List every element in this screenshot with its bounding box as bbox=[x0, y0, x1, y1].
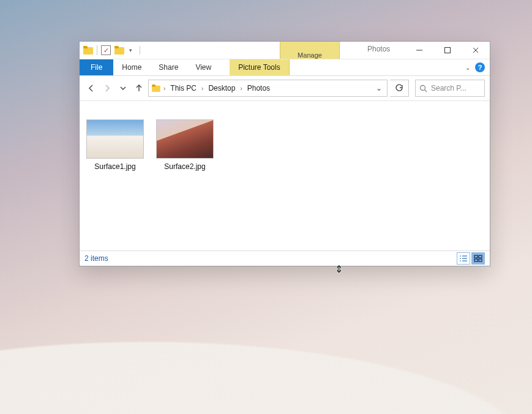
svg-rect-12 bbox=[474, 255, 478, 258]
breadcrumb-segment-desktop[interactable]: Desktop bbox=[206, 84, 238, 92]
svg-rect-15 bbox=[479, 259, 482, 262]
ribbon-tab-home[interactable]: Home bbox=[113, 59, 150, 75]
status-item-count: 2 items bbox=[84, 254, 108, 263]
minimize-button[interactable] bbox=[405, 42, 433, 59]
ribbon-right-controls: ⌄ ? bbox=[465, 59, 490, 75]
nav-back-button[interactable] bbox=[84, 81, 98, 95]
search-placeholder: Search P... bbox=[431, 84, 466, 92]
details-view-icon bbox=[459, 255, 468, 262]
maximize-icon bbox=[444, 47, 451, 54]
window-title: Photos bbox=[367, 45, 390, 53]
breadcrumb-chevron-icon[interactable]: › bbox=[162, 85, 167, 92]
breadcrumb-chevron-icon[interactable]: › bbox=[200, 85, 204, 92]
folder-icon bbox=[83, 46, 93, 55]
arrow-up-icon bbox=[134, 83, 144, 93]
desktop-dune bbox=[0, 304, 532, 414]
ribbon-context-group-label: Manage bbox=[298, 51, 322, 59]
status-bar: 2 items bbox=[80, 250, 490, 266]
svg-rect-14 bbox=[474, 259, 478, 262]
ribbon-tab-strip: File Home Share View Picture Tools ⌄ ? bbox=[80, 59, 490, 76]
ribbon-collapse-icon[interactable]: ⌄ bbox=[465, 64, 470, 71]
navigation-row: › This PC › Desktop › Photos ⌄ Search P.… bbox=[80, 76, 490, 101]
svg-point-4 bbox=[421, 85, 425, 90]
desktop-background: ✓ ▾ Manage Photos bbox=[0, 0, 532, 414]
svg-rect-13 bbox=[479, 255, 482, 258]
help-icon[interactable]: ? bbox=[475, 62, 485, 72]
view-details-button[interactable] bbox=[457, 252, 470, 265]
breadcrumb-chevron-icon[interactable]: › bbox=[239, 85, 243, 92]
arrow-right-icon bbox=[102, 83, 112, 93]
breadcrumb-segment-this-pc[interactable]: This PC bbox=[168, 84, 199, 92]
properties-check-icon[interactable]: ✓ bbox=[101, 45, 111, 55]
file-thumbnail bbox=[86, 119, 144, 159]
refresh-button[interactable] bbox=[390, 80, 409, 97]
file-explorer-window: ✓ ▾ Manage Photos bbox=[79, 41, 490, 266]
svg-line-5 bbox=[425, 89, 427, 92]
svg-rect-1 bbox=[445, 48, 451, 53]
window-controls bbox=[405, 42, 490, 59]
address-folder-icon bbox=[152, 85, 160, 92]
nav-recent-dropdown[interactable] bbox=[116, 81, 130, 95]
close-icon bbox=[472, 47, 479, 54]
qat-separator bbox=[97, 45, 97, 55]
view-thumbnails-button[interactable] bbox=[471, 252, 485, 265]
nav-up-button[interactable] bbox=[132, 81, 146, 95]
file-name-label: Surface1.jpg bbox=[94, 162, 135, 171]
quick-access-toolbar: ✓ ▾ bbox=[80, 42, 143, 59]
file-item[interactable]: Surface1.jpg bbox=[86, 119, 144, 171]
chevron-down-icon bbox=[120, 85, 126, 91]
maximize-button[interactable] bbox=[433, 42, 462, 59]
ribbon-tab-file[interactable]: File bbox=[80, 59, 113, 75]
nav-forward-button[interactable] bbox=[100, 81, 114, 95]
thumbnails-view-icon bbox=[474, 255, 482, 262]
address-bar[interactable]: › This PC › Desktop › Photos ⌄ bbox=[148, 80, 388, 97]
ribbon-tab-share[interactable]: Share bbox=[150, 59, 187, 75]
arrow-left-icon bbox=[86, 83, 96, 93]
view-mode-buttons bbox=[457, 252, 485, 265]
file-item[interactable]: Surface2.jpg bbox=[155, 119, 214, 171]
file-thumbnail bbox=[156, 119, 214, 159]
qat-dropdown-icon[interactable]: ▾ bbox=[128, 47, 133, 53]
search-icon bbox=[419, 85, 427, 92]
ribbon-context-group-manage: Manage bbox=[280, 42, 340, 59]
file-list-area[interactable]: Surface1.jpgSurface2.jpg bbox=[80, 101, 490, 250]
refresh-icon bbox=[395, 84, 403, 92]
breadcrumb-segment-photos[interactable]: Photos bbox=[245, 84, 272, 92]
minimize-icon bbox=[416, 47, 423, 54]
search-input[interactable]: Search P... bbox=[415, 80, 485, 97]
title-bar[interactable]: ✓ ▾ Manage Photos bbox=[80, 42, 490, 59]
ribbon-tab-picture-tools[interactable]: Picture Tools bbox=[230, 59, 289, 75]
ribbon-tab-view[interactable]: View bbox=[187, 59, 220, 75]
address-history-dropdown-icon[interactable]: ⌄ bbox=[376, 84, 382, 92]
new-folder-icon[interactable] bbox=[114, 46, 124, 55]
qat-overflow-separator bbox=[140, 46, 140, 55]
close-button[interactable] bbox=[462, 42, 490, 59]
file-name-label: Surface2.jpg bbox=[164, 162, 205, 171]
